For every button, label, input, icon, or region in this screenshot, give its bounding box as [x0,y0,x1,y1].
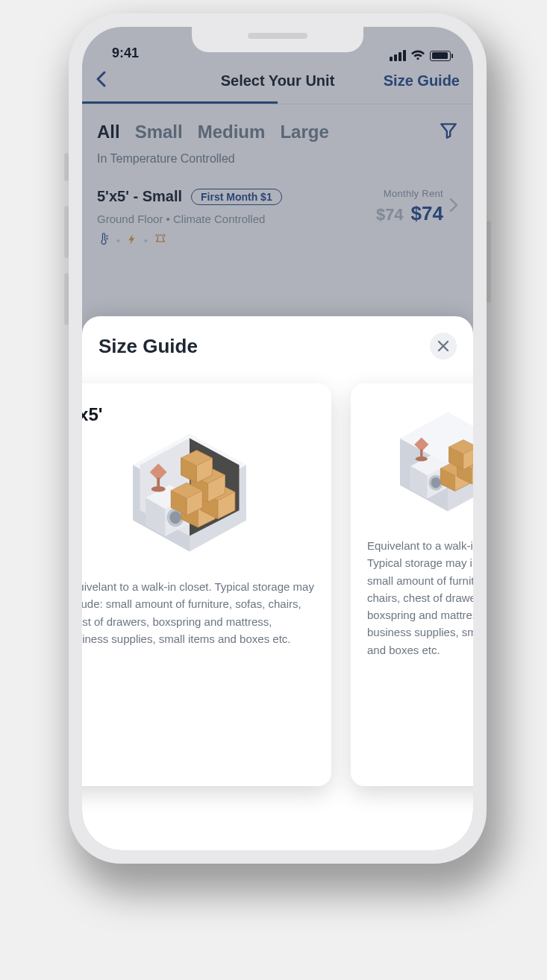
svg-point-40 [416,456,428,461]
svg-rect-39 [420,449,422,457]
svg-point-37 [431,477,441,488]
size-card[interactable]: 5'x5' [82,383,331,786]
sheet-title: Size Guide [99,335,198,358]
size-card-description: Equivelant to a walk-in closet. Typical … [367,537,473,659]
size-card-illustration [367,409,473,516]
size-cards-scroller[interactable]: 5'x5' [82,383,473,850]
phone-frame: 9:41 Select Your Unit Size Guide [69,13,487,864]
size-card-illustration [82,430,315,557]
size-card[interactable]: Equivelant to a walk-in closet. Typical … [351,383,473,786]
svg-rect-12 [157,478,160,488]
size-guide-sheet: Size Guide 5'x5' [82,316,473,850]
close-icon [437,339,450,353]
notch [192,27,363,52]
phone-body: 9:41 Select Your Unit Size Guide [82,27,473,850]
svg-point-10 [169,511,181,524]
svg-point-13 [151,486,166,492]
close-button[interactable] [430,333,457,359]
size-card-title: 5'x5' [82,404,315,425]
size-card-description: Equivelant to a walk-in closet. Typical … [82,578,315,647]
